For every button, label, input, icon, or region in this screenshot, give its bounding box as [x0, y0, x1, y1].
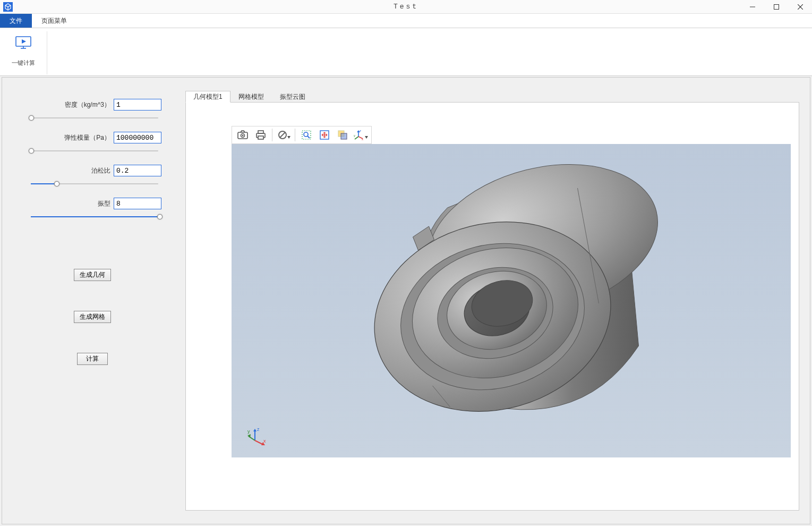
geometry-canvas[interactable]: z y x	[232, 144, 791, 457]
play-monitor-icon	[13, 32, 34, 54]
viewer-tabs: 几何模型1 网格模型 振型云图	[185, 91, 799, 103]
density-slider[interactable]	[31, 114, 161, 117]
geometry-model-render	[232, 144, 791, 457]
ribbon-group-calc: 一键计算	[0, 31, 47, 74]
tab-file[interactable]: 文件	[0, 14, 32, 28]
tab-page-menu[interactable]: 页面菜单	[32, 14, 76, 28]
minimize-button[interactable]	[740, 0, 764, 14]
zoom-box-icon	[301, 129, 312, 141]
svg-text:y: y	[247, 429, 250, 434]
param-youngs-modulus: 弹性模量（Pa）	[23, 132, 161, 150]
svg-line-18	[307, 136, 310, 138]
param-density: 密度（kg/m^3）	[23, 99, 161, 117]
maximize-button[interactable]	[764, 0, 788, 14]
tab-geometry-1[interactable]: 几何模型1	[185, 91, 230, 103]
ribbon: 一键计算	[0, 28, 812, 76]
svg-line-23	[355, 137, 358, 139]
zoom-extents-button[interactable]	[316, 127, 333, 143]
svg-text:x: x	[263, 438, 266, 444]
density-input[interactable]	[114, 99, 161, 111]
camera-icon	[237, 130, 249, 140]
window-controls	[740, 0, 812, 14]
generate-geometry-button[interactable]: 生成几何	[74, 269, 111, 281]
poisson-input[interactable]	[114, 165, 161, 176]
youngs-label: 弹性模量（Pa）	[64, 133, 110, 142]
svg-rect-21	[341, 133, 347, 139]
mode-slider[interactable]	[31, 213, 161, 216]
youngs-input[interactable]	[114, 132, 161, 143]
one-click-calc-button[interactable]: 一键计算	[10, 31, 37, 68]
svg-point-10	[242, 135, 244, 137]
print-button[interactable]	[252, 127, 269, 143]
menu-tabs: 文件 页面菜单	[0, 14, 812, 28]
svg-rect-2	[774, 5, 779, 10]
svg-rect-12	[258, 131, 263, 133]
svg-rect-13	[258, 136, 263, 139]
transparency-icon	[337, 129, 348, 141]
zoom-window-button[interactable]	[298, 127, 315, 143]
no-symbol-icon	[277, 129, 288, 141]
viewer-viewport[interactable]: z y x	[185, 102, 799, 511]
titlebar: Test	[0, 0, 812, 14]
transparency-button[interactable]	[334, 127, 351, 143]
svg-text:z: z	[257, 427, 260, 432]
action-buttons: 生成几何 生成网格 计算	[23, 269, 161, 365]
generate-mesh-button[interactable]: 生成网格	[74, 311, 111, 323]
tab-mode-cloud[interactable]: 振型云图	[272, 91, 313, 103]
printer-icon	[255, 130, 267, 140]
poisson-label: 泊松比	[91, 166, 110, 175]
poisson-slider[interactable]	[31, 180, 161, 183]
viewer-panel: 几何模型1 网格模型 振型云图	[185, 91, 799, 511]
param-mode: 振型	[23, 198, 161, 216]
compute-button[interactable]: 计算	[77, 353, 108, 365]
svg-line-15	[280, 132, 285, 138]
main-area: 密度（kg/m^3） 弹性模量（Pa） 泊松比	[2, 77, 810, 524]
param-poisson-ratio: 泊松比	[23, 165, 161, 183]
svg-text:z: z	[360, 129, 361, 132]
parameters-panel: 密度（kg/m^3） 弹性模量（Pa） 泊松比	[2, 78, 183, 524]
extents-icon	[319, 129, 330, 141]
svg-point-17	[304, 132, 308, 137]
axis-gizmo: z y x	[247, 426, 269, 447]
one-click-calc-label: 一键计算	[12, 59, 35, 67]
svg-text:x: x	[362, 138, 363, 141]
axes-icon: z y x	[354, 129, 364, 141]
svg-text:y: y	[354, 134, 355, 137]
mode-label: 振型	[98, 199, 110, 208]
reset-view-button[interactable]	[275, 127, 292, 143]
close-button[interactable]	[788, 0, 812, 14]
density-label: 密度（kg/m^3）	[65, 100, 110, 109]
snapshot-button[interactable]	[234, 127, 251, 143]
tab-mesh-model[interactable]: 网格模型	[230, 91, 272, 103]
window-title: Test	[394, 3, 418, 11]
youngs-slider[interactable]	[31, 147, 161, 150]
axes-menu-button[interactable]: z y x	[352, 127, 369, 143]
viewer-toolbar: z y x	[232, 126, 372, 144]
app-icon	[2, 1, 14, 13]
mode-input[interactable]	[114, 198, 161, 209]
